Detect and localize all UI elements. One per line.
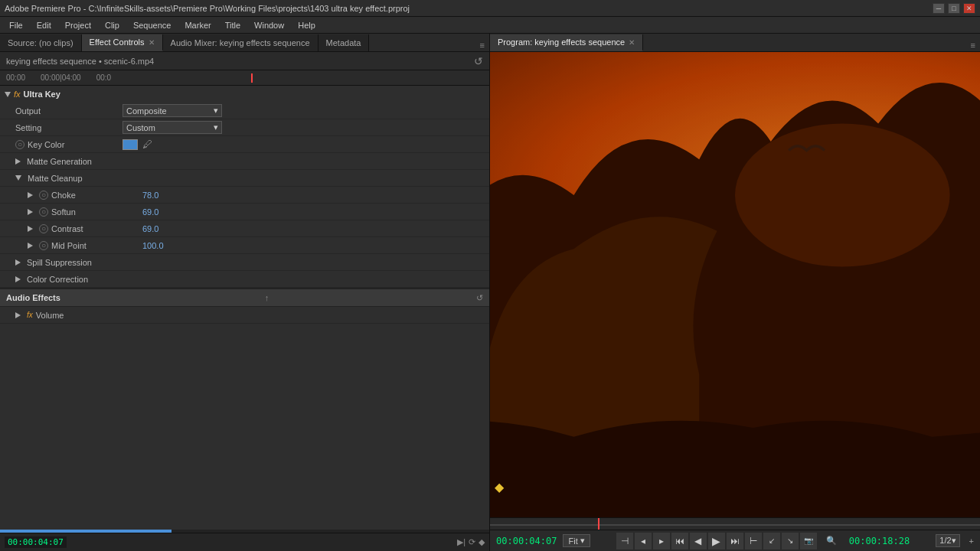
matte-cleanup-collapse-icon[interactable] (15, 175, 21, 181)
preview-video (490, 52, 980, 517)
matte-generation-expand-icon[interactable] (15, 158, 21, 165)
fraction-dropdown[interactable]: 1/2▾ (936, 534, 959, 547)
maximize-button[interactable]: □ (948, 3, 960, 14)
menu-clip[interactable]: Clip (99, 19, 126, 31)
softun-label: ○ Softun (28, 207, 135, 217)
program-monitor-ruler (490, 517, 980, 530)
effect-controls-tabs: Source: (no clips) Effect Controls ✕ Aud… (0, 34, 489, 52)
choke-value[interactable]: 78.0 (142, 191, 158, 200)
menu-edit[interactable]: Edit (31, 19, 57, 31)
monitor-settings-icon[interactable]: + (969, 536, 974, 546)
source-title: keying effects sequence • scenic-6.mp4 (6, 57, 154, 66)
ec-play-out-icon[interactable]: ▶| (457, 537, 466, 547)
spill-expand-icon[interactable] (15, 259, 21, 266)
tab-metadata[interactable]: Metadata (318, 34, 370, 51)
color-swatch[interactable] (122, 139, 138, 150)
stopwatch-icon[interactable]: ○ (15, 140, 24, 149)
volume-expand-icon[interactable] (15, 312, 21, 318)
fit-dropdown[interactable]: Fit ▾ (563, 534, 590, 547)
monitor-in-point-icon: ◆ (495, 480, 504, 494)
dropdown-arrow-icon: ▾ (214, 106, 218, 116)
next-edit-button[interactable]: ⏭ (727, 533, 743, 549)
tab-source[interactable]: Source: (no clips) (0, 34, 82, 51)
eyedropper-icon[interactable]: 🖊 (142, 139, 152, 150)
prev-edit-button[interactable]: ⏮ (671, 533, 688, 549)
program-tab-close-icon[interactable]: ✕ (629, 38, 635, 47)
program-preview: ◆ (490, 52, 980, 517)
ultra-key-title: Ultra Key (24, 90, 60, 99)
reset-icon[interactable]: ↺ (474, 55, 483, 67)
menu-title[interactable]: Title (219, 19, 247, 31)
midpoint-expand-icon[interactable] (28, 243, 33, 249)
choke-label: ○ Choke (28, 191, 135, 200)
svg-rect-4 (490, 52, 980, 517)
color-correction-expand-icon[interactable] (15, 276, 21, 282)
ec-timeline-bar[interactable] (126, 73, 483, 83)
midpoint-row: ○ Mid Point 100.0 (0, 237, 489, 254)
ec-playhead (251, 73, 253, 83)
program-monitor-bar: 00:00:04:07 Fit ▾ ⊣ ◂ ▸ ⏮ ◀ ▶ ⏭ ⊢ ↙ ↘ 📷 … (490, 530, 980, 551)
setting-dropdown[interactable]: Custom ▾ (122, 121, 222, 134)
choke-stopwatch-icon[interactable]: ○ (39, 191, 48, 200)
softun-value[interactable]: 69.0 (142, 207, 158, 217)
ec-loop-icon[interactable]: ⟳ (469, 537, 475, 547)
play-button[interactable]: ▶ (708, 533, 725, 549)
menu-project[interactable]: Project (59, 19, 97, 31)
overwrite-button[interactable]: ↘ (782, 533, 799, 549)
insert-button[interactable]: ↙ (763, 533, 780, 549)
contrast-label: ○ Contrast (28, 224, 135, 233)
step-forward-button[interactable]: ▸ (653, 533, 670, 549)
choke-row: ○ Choke 78.0 (0, 187, 489, 204)
setting-label: Setting (15, 123, 122, 132)
ultra-key-header[interactable]: fx Ultra Key (0, 86, 489, 103)
output-label: Output (15, 106, 122, 116)
contrast-value[interactable]: 69.0 (142, 224, 158, 233)
monitor-duration: 00:00:18:28 (849, 536, 910, 546)
choke-expand-icon[interactable] (28, 192, 33, 198)
ec-timecode: 00:00:04:07 (5, 536, 67, 548)
main-layout: Source: (no clips) Effect Controls ✕ Aud… (0, 34, 980, 551)
softun-expand-icon[interactable] (28, 209, 33, 215)
effect-controls-panel: keying effects sequence • scenic-6.mp4 ↺… (0, 52, 489, 551)
output-dropdown[interactable]: Composite ▾ (122, 104, 222, 117)
minimize-button[interactable]: ─ (933, 3, 945, 14)
menu-marker[interactable]: Marker (178, 19, 217, 31)
tab-audio-mixer[interactable]: Audio Mixer: keying effects sequence (163, 34, 318, 51)
ec-add-marker-icon[interactable]: ◆ (479, 537, 485, 547)
softun-stopwatch-icon[interactable]: ○ (39, 207, 48, 217)
close-button[interactable]: ✕ (963, 3, 975, 14)
audio-effects-menu-icon[interactable]: ↑ (265, 293, 270, 302)
menu-sequence[interactable]: Sequence (127, 19, 178, 31)
window-controls: ─ □ ✕ (933, 3, 975, 14)
title-bar: Adobe Premiere Pro - C:\InfiniteSkills-a… (0, 0, 980, 17)
menu-window[interactable]: Window (248, 19, 290, 31)
menu-file[interactable]: File (3, 19, 29, 31)
midpoint-stopwatch-icon[interactable]: ○ (39, 241, 48, 250)
export-frame-button[interactable]: 📷 (800, 533, 817, 549)
go-to-in-button[interactable]: ⊣ (616, 533, 633, 549)
right-panel: Program: keying effects sequence ✕ ≡ (490, 34, 980, 551)
effects-list: fx Ultra Key Output Composite ▾ (0, 86, 489, 530)
volume-row: fx Volume (0, 307, 489, 324)
fit-dropdown-arrow-icon: ▾ (580, 536, 585, 546)
step-back-button[interactable]: ◂ (635, 533, 652, 549)
key-color-control: 🖊 (122, 139, 152, 150)
tab-effect-controls[interactable]: Effect Controls ✕ (82, 34, 163, 51)
midpoint-value[interactable]: 100.0 (142, 241, 164, 250)
go-to-out-button[interactable]: ⊢ (745, 533, 762, 549)
menu-bar: File Edit Project Clip Sequence Marker T… (0, 17, 980, 34)
window-title: Adobe Premiere Pro - C:\InfiniteSkills-a… (5, 4, 410, 13)
contrast-stopwatch-icon[interactable]: ○ (39, 224, 48, 233)
menu-help[interactable]: Help (292, 19, 322, 31)
contrast-expand-icon[interactable] (28, 226, 33, 232)
magnify-icon[interactable]: 🔍 (826, 536, 837, 546)
tab-program-monitor[interactable]: Program: keying effects sequence ✕ (490, 34, 643, 51)
ultra-key-collapse-icon (5, 92, 11, 97)
program-panel-menu-icon[interactable]: ≡ (966, 39, 980, 51)
volume-label: fx Volume (15, 311, 122, 320)
panel-menu-icon[interactable]: ≡ (475, 39, 489, 51)
play-back-button[interactable]: ◀ (690, 533, 707, 549)
audio-effects-reset-icon[interactable]: ↺ (476, 293, 483, 303)
tab-close-effect-controls[interactable]: ✕ (149, 38, 155, 47)
softun-row: ○ Softun 69.0 (0, 204, 489, 220)
